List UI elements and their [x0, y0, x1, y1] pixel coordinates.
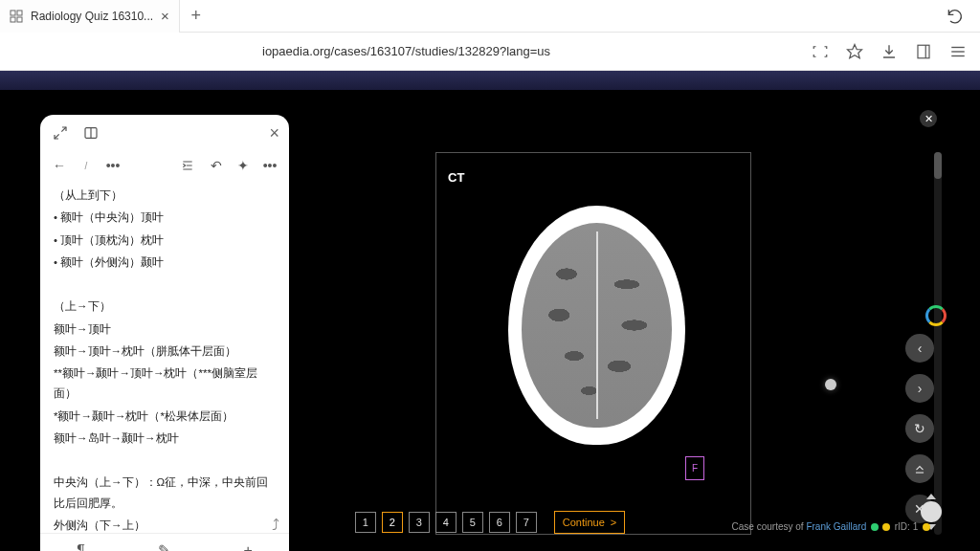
page-button-7[interactable]: 7: [516, 512, 537, 533]
toolbar-icons: [812, 43, 967, 60]
undo-note-icon[interactable]: ↶: [207, 158, 226, 173]
svg-rect-3: [17, 17, 22, 22]
browser-tab-strip: Radiology Quiz 16310... × +: [0, 0, 980, 33]
menu-icon[interactable]: [949, 43, 967, 60]
link-icon[interactable]: ⤴: [272, 517, 279, 534]
tab-title: Radiology Quiz 16310...: [31, 10, 153, 23]
notes-panel: × ← / ••• ↶ ✦ ••• （从上到下） 额叶（中央沟）顶叶 顶叶（顶枕…: [40, 115, 289, 551]
add-note-icon[interactable]: +: [243, 542, 252, 552]
svg-line-11: [55, 134, 59, 139]
prev-button[interactable]: ‹: [905, 334, 934, 363]
new-tab-button[interactable]: +: [180, 6, 212, 26]
slice-scrollbar[interactable]: [934, 152, 942, 535]
notes-close-icon[interactable]: ×: [269, 123, 279, 143]
scrollbar-thumb[interactable]: [934, 152, 942, 179]
tab-favicon: [10, 10, 23, 23]
orientation-marker: F: [685, 456, 704, 480]
next-button[interactable]: ›: [905, 374, 934, 403]
svg-rect-0: [11, 11, 15, 15]
address-bar: iopaedia.org/cases/163107/studies/132829…: [0, 33, 980, 71]
note-bullet: 额叶（外侧沟）颞叶: [54, 253, 276, 273]
expand-icon[interactable]: [50, 122, 71, 143]
paragraph-icon[interactable]: ¶: [77, 542, 85, 552]
note-line: 额叶→顶叶: [54, 320, 276, 340]
tab-close-icon[interactable]: ×: [161, 8, 169, 24]
svg-rect-1: [17, 11, 22, 15]
note-bullet: 顶叶（顶枕沟）枕叶: [54, 231, 276, 251]
svg-line-10: [61, 127, 66, 132]
ct-image-frame[interactable]: CT F: [435, 152, 751, 535]
svg-rect-5: [918, 45, 929, 58]
screenshot-icon[interactable]: [812, 43, 829, 60]
ct-brain-image: [508, 206, 685, 445]
notes-footer: ⤴ ¶ ✎ +: [40, 533, 289, 551]
modality-label: CT: [448, 170, 464, 185]
notes-subheading: （上→下）: [54, 297, 276, 317]
stack-up-icon[interactable]: [926, 494, 936, 499]
content-area: ✕ CT F ‹ › ↻ ✕ 1234567Continue>: [0, 71, 980, 551]
notes-heading: （从上到下）: [54, 186, 276, 206]
note-bullet: 额叶（中央沟）顶叶: [54, 208, 276, 228]
page-button-5[interactable]: 5: [462, 512, 483, 533]
notes-toolbar: ← / ••• ↶ ✦ •••: [40, 151, 289, 180]
indent-icon[interactable]: [180, 159, 199, 172]
svg-marker-4: [848, 44, 862, 57]
more-icon[interactable]: •••: [103, 158, 122, 173]
notes-panel-header: ×: [40, 115, 289, 151]
back-icon[interactable]: ←: [50, 158, 69, 173]
url-text[interactable]: iopaedia.org/cases/163107/studies/132829…: [13, 44, 802, 58]
note-line: *额叶→颞叶→枕叶（*松果体层面）: [54, 407, 276, 427]
magic-icon[interactable]: ✦: [234, 158, 253, 173]
favorite-icon[interactable]: [846, 43, 863, 60]
page-button-2[interactable]: 2: [382, 512, 403, 533]
download-icon[interactable]: [880, 43, 898, 60]
note-line: 额叶→顶叶→枕叶（胼胝体干层面）: [54, 342, 276, 362]
collapse-button[interactable]: [905, 454, 934, 483]
note-line: 额叶→岛叶→颞叶→枕叶: [54, 429, 276, 449]
browser-tab[interactable]: Radiology Quiz 16310... ×: [0, 0, 180, 33]
note-line: 外侧沟（下→上）: [54, 516, 276, 533]
page-button-1[interactable]: 1: [355, 512, 376, 533]
page-button-6[interactable]: 6: [489, 512, 510, 533]
page-button-4[interactable]: 4: [435, 512, 457, 533]
overflow-icon[interactable]: •••: [260, 158, 279, 173]
notes-content[interactable]: （从上到下） 额叶（中央沟）顶叶 顶叶（顶枕沟）枕叶 额叶（外侧沟）颞叶 （上→…: [40, 180, 289, 533]
page-button-3[interactable]: 3: [409, 512, 430, 533]
columns-icon[interactable]: [80, 122, 101, 143]
undo-icon[interactable]: [946, 7, 980, 26]
breadcrumb-icon[interactable]: /: [77, 161, 96, 171]
reader-icon[interactable]: [915, 43, 932, 60]
slice-indicator-dot[interactable]: [825, 379, 836, 390]
continue-button[interactable]: Continue>: [554, 511, 625, 534]
svg-rect-2: [11, 17, 15, 22]
note-line: **额叶→颞叶→顶叶→枕叶（***侧脑室层面）: [54, 364, 276, 405]
refresh-button[interactable]: ↻: [905, 414, 934, 443]
close-viewer-button[interactable]: ✕: [920, 110, 937, 127]
edit-icon[interactable]: ✎: [158, 541, 170, 551]
loading-ring-icon: [925, 305, 947, 326]
note-line: 中央沟（上→下）：Ω征，中深，中央前回比后回肥厚。: [54, 473, 276, 514]
